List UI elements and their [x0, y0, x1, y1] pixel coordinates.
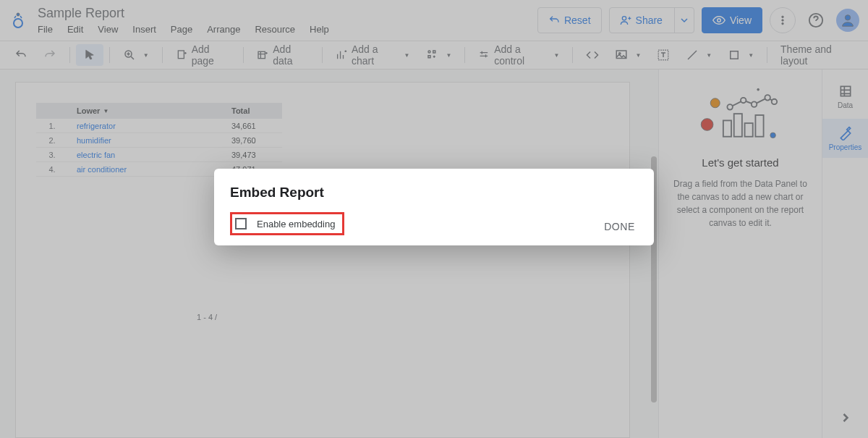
- enable-embedding-option[interactable]: Enable embedding: [230, 212, 344, 235]
- enable-embedding-label: Enable embedding: [257, 219, 335, 229]
- embed-report-dialog: Embed Report Enable embedding DONE: [214, 169, 654, 245]
- done-button[interactable]: DONE: [604, 221, 635, 232]
- dialog-title: Embed Report: [230, 185, 638, 201]
- modal-overlay: Embed Report Enable embedding DONE: [0, 0, 868, 438]
- enable-embedding-checkbox[interactable]: [235, 218, 247, 229]
